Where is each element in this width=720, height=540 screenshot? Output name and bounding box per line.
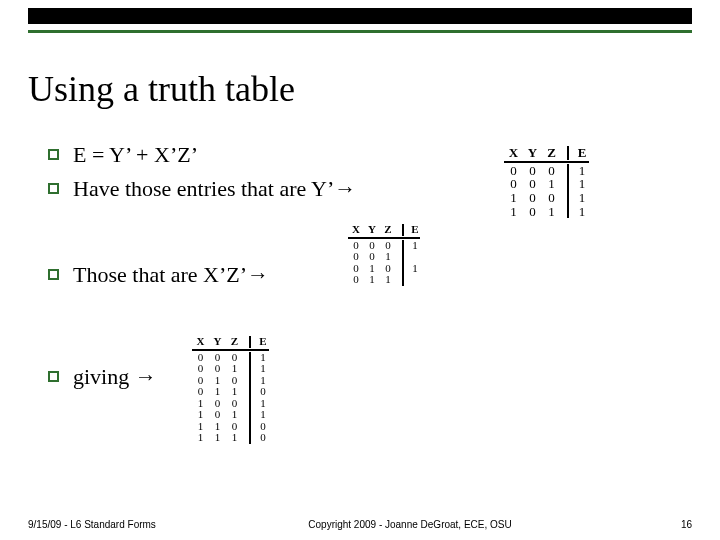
col-z: Z (380, 224, 396, 236)
table-row: 0001 (504, 164, 589, 178)
bullet-text: giving → (73, 364, 157, 390)
cell-y: 1 (209, 386, 226, 398)
table-row: 1001 (192, 398, 269, 410)
cell-z: 1 (380, 274, 396, 286)
bullet-text: Have those entries that are Y’→ (73, 176, 356, 202)
cell-x: 1 (504, 191, 523, 205)
cell-e (404, 274, 420, 286)
cell-y: 0 (523, 177, 542, 191)
col-y: Y (209, 336, 226, 348)
cell-z: 0 (542, 164, 561, 178)
col-x: X (348, 224, 364, 236)
header-bars (28, 8, 692, 33)
truth-table-yprime: XYZE0001001110011011 (504, 146, 589, 218)
table-row: 1011 (192, 409, 269, 421)
table-row: 011 (348, 274, 420, 286)
bullet-text: Those that are X’Z’→ (73, 262, 269, 288)
cell-x: 1 (504, 205, 523, 219)
footer: 9/15/09 - L6 Standard Forms Copyright 20… (28, 519, 692, 530)
cell-y: 1 (209, 432, 226, 444)
bullet-icon (48, 183, 59, 194)
cell-z: 1 (542, 205, 561, 219)
cell-e: 1 (569, 177, 589, 191)
table-row: 001 (348, 251, 420, 263)
col-x: X (192, 336, 209, 348)
col-x: X (504, 146, 523, 160)
cell-x: 0 (348, 251, 364, 263)
col-e: E (569, 146, 589, 160)
table-row: 1001 (504, 191, 589, 205)
table-row: 1100 (192, 421, 269, 433)
bullet-icon (48, 371, 59, 382)
cell-y: 0 (523, 191, 542, 205)
bullet-icon (48, 269, 59, 280)
cell-y: 0 (209, 363, 226, 375)
cell-x: 0 (348, 274, 364, 286)
bullet-item-1: E = Y’ + X’Z’ (48, 142, 468, 168)
cell-e: 1 (404, 240, 420, 252)
cell-x: 0 (192, 363, 209, 375)
cell-e: 1 (569, 205, 589, 219)
cell-y: 1 (364, 274, 380, 286)
header-bar-thin (28, 30, 692, 33)
bullet-text: E = Y’ + X’Z’ (73, 142, 198, 168)
cell-x: 1 (192, 432, 209, 444)
cell-e: 0 (251, 386, 269, 398)
truth-table-xprimezprime: XYZE00010010101011 (348, 224, 420, 286)
truth-table-full: XYZE00010011010101101001101111001110 (192, 336, 269, 444)
cell-e: 1 (569, 191, 589, 205)
header-bar-thick (28, 8, 692, 24)
cell-e (404, 251, 420, 263)
cell-y: 0 (523, 164, 542, 178)
cell-e: 1 (404, 263, 420, 275)
cell-y: 0 (364, 251, 380, 263)
cell-x: 0 (504, 177, 523, 191)
col-e: E (251, 336, 269, 348)
col-z: Z (226, 336, 243, 348)
cell-z: 1 (542, 177, 561, 191)
cell-x: 0 (504, 164, 523, 178)
bullet-item-2: Have those entries that are Y’→ (48, 176, 468, 202)
footer-left: 9/15/09 - L6 Standard Forms (28, 519, 168, 530)
table-row: 0011 (504, 177, 589, 191)
col-z: Z (542, 146, 561, 160)
slide-title: Using a truth table (28, 68, 295, 110)
cell-e: 1 (569, 164, 589, 178)
table-row: 1011 (504, 205, 589, 219)
col-e: E (404, 224, 420, 236)
cell-x: 0 (192, 386, 209, 398)
cell-z: 1 (226, 386, 243, 398)
cell-e: 0 (251, 432, 269, 444)
cell-z: 1 (226, 432, 243, 444)
cell-z: 1 (380, 251, 396, 263)
footer-page: 16 (652, 519, 692, 530)
table-row: 0011 (192, 363, 269, 375)
bullet-icon (48, 149, 59, 160)
table-row: 0110 (192, 386, 269, 398)
col-y: Y (364, 224, 380, 236)
table-row: 0001 (192, 352, 269, 364)
cell-e: 1 (251, 363, 269, 375)
col-y: Y (523, 146, 542, 160)
cell-y: 0 (523, 205, 542, 219)
cell-z: 0 (542, 191, 561, 205)
table-row: 0101 (192, 375, 269, 387)
cell-z: 1 (226, 363, 243, 375)
footer-center: Copyright 2009 - Joanne DeGroat, ECE, OS… (168, 519, 652, 530)
table-row: 1110 (192, 432, 269, 444)
